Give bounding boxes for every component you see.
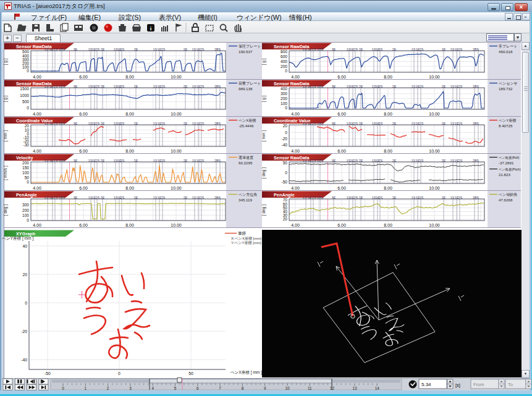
svg-text:1: 1 <box>85 386 87 390</box>
svg-text:6: 6 <box>196 386 199 390</box>
svg-text:7: 7 <box>219 386 221 390</box>
svg-text:13: 13 <box>352 386 357 390</box>
svg-text:[s]: [s] <box>455 382 460 388</box>
svg-text:9: 9 <box>264 386 266 390</box>
svg-text:0: 0 <box>62 386 64 390</box>
svg-text:5: 5 <box>174 386 177 390</box>
svg-text:From: From <box>473 382 484 387</box>
svg-text:12: 12 <box>330 386 335 390</box>
svg-text:8: 8 <box>242 386 244 390</box>
svg-text:14: 14 <box>375 386 380 390</box>
svg-text:10: 10 <box>285 386 290 390</box>
svg-text:5.34: 5.34 <box>421 382 431 387</box>
svg-text:11: 11 <box>308 386 312 390</box>
svg-text:3: 3 <box>129 386 132 390</box>
svg-text:2: 2 <box>107 386 109 390</box>
svg-text:4: 4 <box>151 386 154 390</box>
svg-text:To: To <box>508 382 513 387</box>
